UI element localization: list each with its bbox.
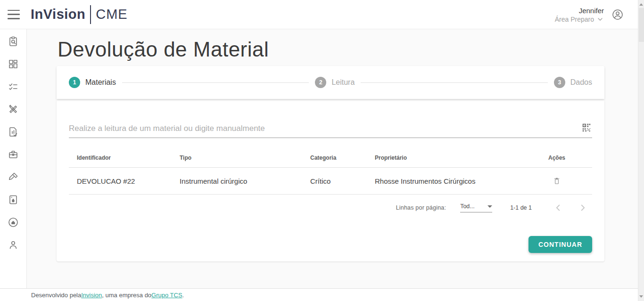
material-search-row <box>69 122 592 138</box>
trash-icon <box>553 177 561 185</box>
footer-text-suffix: . <box>182 292 184 299</box>
logo-separator <box>90 5 91 24</box>
pagination-bar: Linhas por página: Tod... 1-1 de 1 <box>69 195 592 221</box>
step-connector <box>122 82 309 83</box>
cell-categoria: Crítico <box>310 177 375 185</box>
pagination-range: 1-1 de 1 <box>510 204 532 211</box>
rows-per-page-select[interactable]: Tod... <box>460 203 492 212</box>
materials-card: Identificador Tipo Categoria Proprietári… <box>57 100 604 261</box>
account-circle-icon[interactable] <box>611 8 624 21</box>
step-leitura: 2 Leitura <box>315 77 355 88</box>
person-icon <box>8 239 19 251</box>
app-footer: Desenvolvido pela Invision , uma empresa… <box>0 288 638 301</box>
sidebar-item-home[interactable] <box>8 217 19 228</box>
rows-per-page-value: Tod... <box>460 203 475 210</box>
app-logo: InVision CME <box>31 5 128 24</box>
cell-tipo: Instrumental cirúrgico <box>180 177 310 185</box>
checklist-icon <box>8 81 19 92</box>
document-check-icon <box>8 126 19 138</box>
sidebar-item-inspection[interactable] <box>8 36 19 47</box>
delete-row-button[interactable] <box>552 176 562 186</box>
user-block: Jennifer Área Preparo <box>555 6 604 23</box>
chevron-left-icon <box>553 203 563 213</box>
col-header-categoria: Categoria <box>310 155 375 161</box>
pager-controls <box>553 202 588 213</box>
step-1-circle: 1 <box>69 77 80 88</box>
sidebar-item-report-check[interactable] <box>8 126 19 138</box>
step-2-circle: 2 <box>315 77 326 88</box>
sidebar-item-toolbox[interactable] <box>8 149 19 160</box>
user-area-dropdown[interactable]: Área Preparo <box>555 16 604 23</box>
menu-icon[interactable] <box>8 10 20 19</box>
cell-proprietario: Rhosse Instrumentos Cirúrgicos <box>375 177 521 185</box>
washer-icon <box>8 194 19 205</box>
sidebar-nav <box>0 29 27 288</box>
rows-per-page-label: Linhas por página: <box>396 204 446 211</box>
footer-text-prefix: Desenvolvido pela <box>31 292 81 299</box>
chevron-down-icon <box>596 16 604 23</box>
dashboard-icon <box>8 58 19 70</box>
sidebar-item-checklist[interactable] <box>8 81 19 92</box>
qr-scan-button[interactable] <box>581 122 592 133</box>
card-actions: CONTINUAR <box>69 236 592 253</box>
logo-primary: InVision <box>31 7 85 22</box>
clipboard-search-icon <box>8 36 19 47</box>
logo-secondary: CME <box>96 7 127 22</box>
app-root: InVision CME Jennifer Área Preparo <box>0 0 644 301</box>
select-caret-icon <box>487 205 492 208</box>
sidebar-item-tools[interactable] <box>8 104 19 115</box>
step-dados: 3 Dados <box>554 77 592 88</box>
cell-identificador: DEVOLUCAO #22 <box>69 177 180 185</box>
col-header-identificador: Identificador <box>69 155 180 161</box>
sidebar-item-screwdriver[interactable] <box>8 171 19 183</box>
page-title: Devolução de Material <box>58 36 638 63</box>
scrollbar-thumb[interactable] <box>639 8 644 42</box>
table-header-row: Identificador Tipo Categoria Proprietári… <box>69 148 592 168</box>
scrollbar-down-icon[interactable] <box>639 295 643 298</box>
sidebar-item-dashboard[interactable] <box>8 58 19 70</box>
tools-icon <box>8 104 19 115</box>
vertical-scrollbar[interactable] <box>638 0 644 301</box>
user-area-label: Área Preparo <box>555 16 594 23</box>
main-content: Devolução de Material 1 Materiais 2 Leit… <box>27 29 638 288</box>
table-row: DEVOLUCAO #22 Instrumental cirúrgico Crí… <box>69 168 592 195</box>
step-3-label: Dados <box>570 78 592 87</box>
footer-link-invision[interactable]: Invision <box>81 292 102 299</box>
stepper: 1 Materiais 2 Leitura 3 Dados <box>57 66 604 99</box>
material-search-input[interactable] <box>69 124 575 133</box>
next-page-button[interactable] <box>577 202 588 213</box>
step-3-circle: 3 <box>554 77 565 88</box>
user-name: Jennifer <box>555 6 604 16</box>
home-circle-icon <box>8 217 19 228</box>
sidebar-item-person[interactable] <box>8 239 19 251</box>
step-1-label: Materiais <box>85 78 116 87</box>
continue-button[interactable]: CONTINUAR <box>528 236 592 253</box>
scrollbar-up-icon[interactable] <box>639 3 643 6</box>
chevron-right-icon <box>578 203 588 213</box>
footer-text-middle: , uma empresa do <box>102 292 151 299</box>
screwdriver-icon <box>8 171 19 183</box>
col-header-tipo: Tipo <box>180 155 310 161</box>
col-header-acoes: Ações <box>521 155 592 161</box>
footer-link-grupo-tcs[interactable]: Grupo TCS <box>151 292 182 299</box>
step-2-label: Leitura <box>331 78 355 87</box>
step-connector <box>361 82 547 83</box>
top-header: InVision CME Jennifer Área Preparo <box>0 0 638 29</box>
cell-acoes <box>521 176 592 186</box>
header-user-section: Jennifer Área Preparo <box>555 6 638 23</box>
sidebar-item-washer[interactable] <box>8 194 19 205</box>
col-header-proprietario: Proprietário <box>375 155 521 161</box>
materials-table: Identificador Tipo Categoria Proprietári… <box>69 148 592 195</box>
qr-code-icon <box>581 122 592 133</box>
step-materiais: 1 Materiais <box>69 77 116 88</box>
toolbox-icon <box>8 149 19 160</box>
previous-page-button[interactable] <box>553 202 564 213</box>
